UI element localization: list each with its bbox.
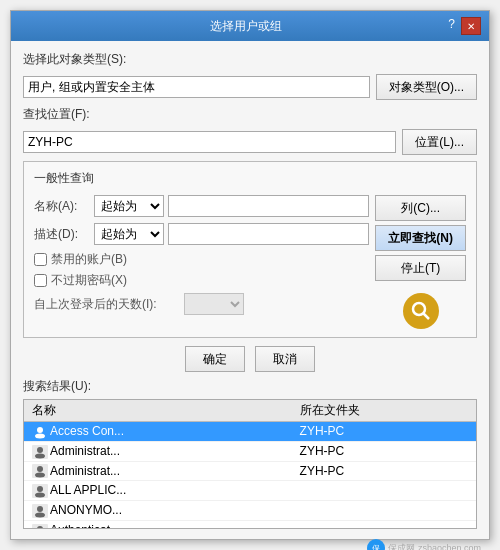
table-row[interactable]: Authenticat... <box>24 521 476 529</box>
search-now-button[interactable]: 立即查找(N) <box>375 225 466 251</box>
svg-point-12 <box>37 486 43 492</box>
object-types-label: 选择此对象类型(S): <box>23 51 126 68</box>
svg-point-7 <box>35 453 45 458</box>
results-table-container[interactable]: 名称 所在文件夹 Access Con...ZYH-PC Administrat… <box>23 399 477 529</box>
watermark-text: 保成网 <box>388 542 415 551</box>
disabled-account-row: 禁用的账户(B) <box>34 251 369 268</box>
location-label-row: 查找位置(F): <box>23 106 477 123</box>
watermark: 保 保成网 zsbaochen.com <box>367 539 481 550</box>
days-row: 自上次登录后的天数(I): <box>34 293 369 315</box>
dialog-title: 选择用户或组 <box>43 18 448 35</box>
no-expire-label: 不过期密码(X) <box>51 272 127 289</box>
name-label: 名称(A): <box>34 198 94 215</box>
days-label: 自上次登录后的天数(I): <box>34 296 184 313</box>
magnifier-svg <box>410 300 432 322</box>
svg-point-0 <box>413 303 425 315</box>
row-folder-cell <box>292 481 476 501</box>
object-types-button[interactable]: 对象类型(O)... <box>376 74 477 100</box>
user-group-icon <box>32 523 50 529</box>
user-group-icon <box>32 483 50 497</box>
row-folder-cell: ZYH-PC <box>292 461 476 481</box>
svg-line-1 <box>423 314 429 320</box>
title-bar: 选择用户或组 ? ✕ <box>11 11 489 41</box>
object-types-input[interactable] <box>23 76 370 98</box>
search-magnifier-icon <box>403 293 439 329</box>
row-folder-cell: ZYH-PC <box>292 441 476 461</box>
close-button[interactable]: ✕ <box>461 17 481 35</box>
user-group-icon <box>32 444 50 458</box>
user-group-icon <box>32 503 50 517</box>
general-search-right: 列(C)... 立即查找(N) 停止(T) <box>375 195 466 329</box>
col-name-header: 名称 <box>24 400 292 422</box>
col-folder-header: 所在文件夹 <box>292 400 476 422</box>
disabled-account-label: 禁用的账户(B) <box>51 251 127 268</box>
row-name-cell: ALL APPLIC... <box>24 481 292 501</box>
svg-point-9 <box>37 466 43 472</box>
disabled-account-checkbox[interactable] <box>34 253 47 266</box>
general-search-inner: 名称(A): 起始为 描述(D): 起始为 <box>34 195 466 329</box>
help-icon[interactable]: ? <box>448 17 455 35</box>
row-name-cell: Administrat... <box>24 441 292 461</box>
row-name-text: Administrat... <box>50 464 120 478</box>
dialog-body: 选择此对象类型(S): 对象类型(O)... 查找位置(F): 位置(L)...… <box>11 41 489 539</box>
svg-point-16 <box>35 513 45 518</box>
results-label: 搜索结果(U): <box>23 378 477 395</box>
desc-label: 描述(D): <box>34 226 94 243</box>
svg-point-10 <box>35 473 45 478</box>
row-folder-cell <box>292 521 476 529</box>
row-name-text: ALL APPLIC... <box>50 483 126 497</box>
general-query-section: 一般性查询 名称(A): 起始为 描述(D): 起 <box>23 161 477 338</box>
object-types-input-row: 对象类型(O)... <box>23 74 477 100</box>
table-row[interactable]: ALL APPLIC... <box>24 481 476 501</box>
row-name-cell: Authenticat... <box>24 521 292 529</box>
name-select[interactable]: 起始为 <box>94 195 164 217</box>
table-row[interactable]: Administrat...ZYH-PC <box>24 461 476 481</box>
title-controls: ? ✕ <box>448 17 481 35</box>
location-input[interactable] <box>23 131 396 153</box>
general-search-left: 名称(A): 起始为 描述(D): 起始为 <box>34 195 369 329</box>
bottom-buttons: 确定 取消 <box>23 346 477 372</box>
results-section: 搜索结果(U): 名称 所在文件夹 Access Con...ZYH-PC <box>23 378 477 529</box>
confirm-button[interactable]: 确定 <box>185 346 245 372</box>
desc-select[interactable]: 起始为 <box>94 223 164 245</box>
days-select[interactable] <box>184 293 244 315</box>
watermark-icon: 保 <box>367 539 385 550</box>
row-name-text: Authenticat... <box>50 523 120 529</box>
svg-point-13 <box>35 493 45 498</box>
list-columns-button[interactable]: 列(C)... <box>375 195 466 221</box>
stop-button[interactable]: 停止(T) <box>375 255 466 281</box>
svg-point-15 <box>37 506 43 512</box>
name-row: 名称(A): 起始为 <box>34 195 369 217</box>
svg-point-4 <box>35 433 45 438</box>
results-table: 名称 所在文件夹 Access Con...ZYH-PC Administrat… <box>24 400 476 529</box>
table-row[interactable]: Access Con...ZYH-PC <box>24 422 476 442</box>
cancel-button[interactable]: 取消 <box>255 346 315 372</box>
row-folder-cell <box>292 501 476 521</box>
svg-point-6 <box>37 447 43 453</box>
object-types-row: 选择此对象类型(S): <box>23 51 477 68</box>
name-input[interactable] <box>168 195 369 217</box>
location-button[interactable]: 位置(L)... <box>402 129 477 155</box>
search-icon-area <box>375 293 466 329</box>
table-header-row: 名称 所在文件夹 <box>24 400 476 422</box>
watermark-url: zsbaochen.com <box>418 543 481 550</box>
row-name-cell: Access Con... <box>24 422 292 442</box>
general-query-title: 一般性查询 <box>34 170 466 187</box>
no-expire-row: 不过期密码(X) <box>34 272 369 289</box>
location-input-row: 位置(L)... <box>23 129 477 155</box>
row-name-text: Administrat... <box>50 444 120 458</box>
user-group-icon <box>32 464 50 478</box>
location-label: 查找位置(F): <box>23 106 113 123</box>
select-user-group-dialog: 选择用户或组 ? ✕ 选择此对象类型(S): 对象类型(O)... 查找位置(F… <box>10 10 490 540</box>
desc-input[interactable] <box>168 223 369 245</box>
row-folder-cell: ZYH-PC <box>292 422 476 442</box>
table-row[interactable]: ANONYMO... <box>24 501 476 521</box>
row-name-cell: Administrat... <box>24 461 292 481</box>
user-group-icon <box>32 424 50 438</box>
table-row[interactable]: Administrat...ZYH-PC <box>24 441 476 461</box>
row-name-text: ANONYMO... <box>50 503 122 517</box>
no-expire-checkbox[interactable] <box>34 274 47 287</box>
row-name-text: Access Con... <box>50 424 124 438</box>
svg-point-3 <box>37 427 43 433</box>
desc-row: 描述(D): 起始为 <box>34 223 369 245</box>
